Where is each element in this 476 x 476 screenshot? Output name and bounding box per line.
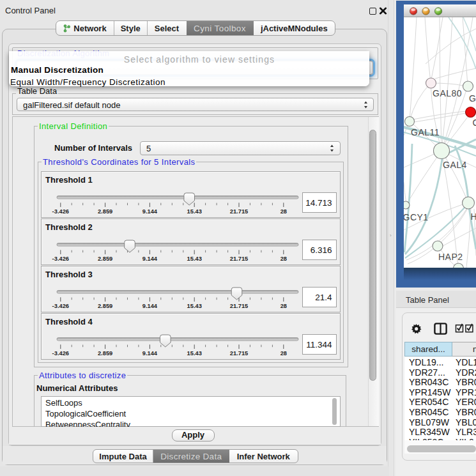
- svg-text:28: 28: [280, 208, 287, 214]
- svg-text:15.43: 15.43: [187, 208, 202, 214]
- svg-text:HAP2: HAP2: [438, 252, 463, 262]
- svg-text:21.715: 21.715: [230, 255, 248, 261]
- svg-text:28: 28: [280, 255, 287, 261]
- svg-text:H: H: [471, 211, 476, 222]
- svg-text:21.715: 21.715: [230, 349, 248, 356]
- svg-text:2.859: 2.859: [98, 255, 112, 261]
- svg-text:15.43: 15.43: [187, 302, 202, 309]
- svg-text:15.43: 15.43: [187, 255, 202, 261]
- svg-text:9.144: 9.144: [142, 349, 158, 356]
- svg-text:15.43: 15.43: [187, 349, 202, 356]
- svg-text:-3.426: -3.426: [52, 302, 69, 309]
- svg-text:GCY1: GCY1: [404, 212, 429, 222]
- svg-text:28: 28: [280, 302, 287, 309]
- svg-text:2.859: 2.859: [98, 302, 112, 309]
- svg-text:9.144: 9.144: [142, 302, 158, 309]
- svg-text:21.715: 21.715: [230, 208, 248, 214]
- svg-text:-3.426: -3.426: [52, 255, 69, 261]
- svg-text:GA: GA: [469, 93, 476, 104]
- svg-text:GAL4: GAL4: [443, 160, 467, 170]
- svg-text:-3.426: -3.426: [52, 349, 69, 356]
- svg-text:-3.426: -3.426: [52, 208, 69, 214]
- svg-text:GAL80: GAL80: [433, 88, 462, 98]
- svg-text:9.144: 9.144: [142, 255, 158, 261]
- svg-text:C: C: [473, 118, 476, 128]
- svg-text:2.859: 2.859: [98, 349, 112, 356]
- svg-text:2.859: 2.859: [98, 208, 112, 214]
- svg-text:GAL11: GAL11: [411, 127, 440, 137]
- svg-text:21.715: 21.715: [230, 302, 248, 309]
- svg-text:28: 28: [280, 349, 287, 356]
- svg-text:9.144: 9.144: [142, 208, 158, 214]
